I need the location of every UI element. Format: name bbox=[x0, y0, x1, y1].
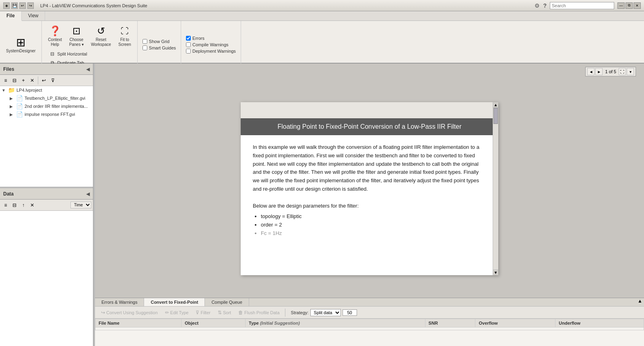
filter-icon: ⊽ bbox=[196, 310, 199, 315]
tab-errors-warnings[interactable]: Errors & Warnings bbox=[95, 298, 144, 306]
undo-icon[interactable]: ↩ bbox=[19, 2, 26, 9]
file-icon-2: 📄 bbox=[16, 111, 23, 117]
bullet-1: topology = Elliptic bbox=[261, 212, 486, 221]
scroll-up-button[interactable]: ▲ bbox=[493, 102, 498, 108]
tree-item-0[interactable]: ▶ 📄 Testbench_LP_Elliptic_filter.gvi bbox=[0, 94, 93, 102]
files-collapse-button[interactable]: ◀ bbox=[86, 66, 90, 72]
smart-guides-checkbox[interactable]: Smart Guides bbox=[142, 45, 176, 50]
tree-item-1-arrow: ▶ bbox=[10, 104, 14, 109]
tree-item-0-arrow: ▶ bbox=[10, 96, 14, 101]
doc-title: Floating Point to Fixed-Point Conversion… bbox=[277, 123, 461, 130]
minimize-button[interactable]: — bbox=[617, 2, 625, 9]
data-up-btn[interactable]: ↑ bbox=[19, 201, 27, 209]
close-button[interactable]: ✕ bbox=[634, 2, 641, 9]
files-tree: ▼ 📁 LP4.lvproject ▶ 📄 Testbench_LP_Ellip… bbox=[0, 86, 93, 187]
tree-item-2[interactable]: ▶ 📄 impulse response FFT.gvi bbox=[0, 110, 93, 118]
next-page-button[interactable]: ► bbox=[595, 68, 603, 75]
convert-using-suggestion-button[interactable]: ↪ Convert Using Suggestion bbox=[98, 309, 161, 317]
doc-scrollbar[interactable]: ▲ ▼ bbox=[493, 102, 498, 275]
errors-input[interactable] bbox=[186, 36, 191, 41]
choose-panes-button[interactable]: ⊡ ChoosePanes ▾ bbox=[66, 23, 87, 49]
bottom-toolbar: ↪ Convert Using Suggestion ✏ Edit Type ⊽… bbox=[95, 307, 644, 319]
doc-top-area bbox=[241, 102, 498, 118]
smart-guides-input[interactable] bbox=[142, 45, 147, 50]
data-time-select[interactable]: Time bbox=[70, 202, 91, 208]
tree-root[interactable]: ▼ 📁 LP4.lvproject bbox=[0, 86, 93, 94]
tab-view[interactable]: View bbox=[22, 11, 45, 21]
col-underflow: Underflow bbox=[555, 319, 644, 327]
doc-params-label: Below are the design parameters for the … bbox=[253, 202, 486, 210]
reset-workspace-button[interactable]: ↺ ResetWorkspace bbox=[88, 23, 114, 49]
add-button[interactable]: + bbox=[19, 76, 27, 84]
data-list-view[interactable]: ≡ bbox=[2, 201, 10, 209]
undo-files-button[interactable]: ↩ bbox=[40, 76, 48, 84]
help-icon[interactable]: ? bbox=[543, 2, 547, 9]
save-icon[interactable]: 💾 bbox=[11, 2, 18, 9]
search-input[interactable] bbox=[550, 2, 614, 9]
context-help-icon: ❓ bbox=[49, 25, 62, 37]
redo-icon[interactable]: ↪ bbox=[27, 2, 34, 9]
app-icon: ◈ bbox=[3, 2, 10, 9]
edit-type-button[interactable]: ✏ Edit Type bbox=[162, 309, 192, 317]
fit-to-screen-label: Fit toScreen bbox=[118, 37, 131, 47]
col-overflow: Overflow bbox=[475, 319, 555, 327]
context-help-button[interactable]: ❓ ContextHelp bbox=[45, 23, 64, 49]
bottom-panel-arrow[interactable]: ▲ bbox=[636, 298, 644, 306]
edit-type-icon: ✏ bbox=[165, 310, 169, 315]
choose-panes-icon: ⊡ bbox=[70, 25, 83, 37]
fit-to-screen-button[interactable]: ⛶ Fit toScreen bbox=[116, 23, 134, 49]
show-grid-input[interactable] bbox=[142, 39, 147, 44]
expand-page-button[interactable]: ⛶ bbox=[619, 68, 626, 75]
title-bar-icons: ◈ 💾 ↩ ↪ bbox=[3, 2, 34, 9]
tree-item-1[interactable]: ▶ 📄 2nd order IIR filter implementa... bbox=[0, 102, 93, 110]
compile-warnings-checkbox[interactable]: Compile Warnings bbox=[186, 42, 236, 47]
diagram-area: ◄ ► 1 of 5 ⛶ ▾ Floating Point to Fixed-P… bbox=[95, 64, 644, 298]
project-icon: 📁 bbox=[8, 87, 15, 93]
data-collapse-button[interactable]: ◀ bbox=[86, 191, 90, 197]
filter-files-button[interactable]: ⊽ bbox=[49, 76, 57, 84]
compile-warnings-label: Compile Warnings bbox=[192, 42, 228, 47]
filter-button[interactable]: ⊽ Filter bbox=[193, 309, 213, 317]
files-panel-header: Files ◀ bbox=[0, 64, 93, 75]
prev-page-button[interactable]: ◄ bbox=[587, 68, 594, 75]
data-delete-btn[interactable]: ✕ bbox=[28, 201, 36, 209]
window-controls: — ⧉ ✕ bbox=[617, 2, 641, 9]
data-detail-view[interactable]: ⊟ bbox=[10, 201, 19, 209]
tab-file[interactable]: File bbox=[0, 11, 22, 21]
file-label-0: Testbench_LP_Elliptic_filter.gvi bbox=[25, 96, 91, 101]
scroll-thumb[interactable] bbox=[493, 108, 498, 124]
list-view-button[interactable]: ≡ bbox=[2, 76, 10, 84]
page-indicator: 1 of 5 bbox=[603, 69, 618, 74]
sort-button[interactable]: ⇅ Sort bbox=[215, 309, 234, 317]
split-horizontal-button[interactable]: ⊟ Split Horizontal bbox=[47, 50, 89, 58]
strategy-number-input[interactable] bbox=[343, 309, 357, 316]
restore-button[interactable]: ⧉ bbox=[625, 2, 633, 9]
tab-convert-fixed-point[interactable]: Convert to Fixed-Point bbox=[144, 298, 205, 306]
errors-label: Errors bbox=[192, 36, 204, 41]
doc-paragraph: In this example we will walk through the… bbox=[253, 143, 486, 194]
toolbar-sep bbox=[38, 76, 38, 84]
strategy-select[interactable]: Split data bbox=[310, 309, 341, 316]
tab-compile-queue[interactable]: Compile Queue bbox=[205, 298, 249, 306]
deployment-warnings-input[interactable] bbox=[186, 49, 191, 54]
convert-suggestion-icon: ↪ bbox=[101, 310, 105, 315]
scroll-down-button[interactable]: ▼ bbox=[493, 270, 498, 275]
data-panel-header: Data ◀ bbox=[0, 188, 93, 200]
bullet-3: Fc = 1Hz bbox=[261, 229, 486, 238]
delete-button[interactable]: ✕ bbox=[28, 76, 36, 84]
col-type-italic: (Initial Suggestion) bbox=[260, 321, 300, 325]
system-designer-button[interactable]: ⊞ SystemDesigner bbox=[3, 34, 38, 56]
compile-warnings-input[interactable] bbox=[186, 42, 191, 47]
errors-checkbox[interactable]: Errors bbox=[186, 36, 236, 41]
ribbon: File View ⊞ SystemDesigner Project ❓ Con… bbox=[0, 11, 644, 64]
flush-profile-data-button[interactable]: 🗑 Flush Profile Data bbox=[235, 309, 282, 317]
page-menu-button[interactable]: ▾ bbox=[627, 68, 634, 75]
tree-root-arrow: ▼ bbox=[2, 88, 6, 93]
edit-type-label: Edit Type bbox=[170, 310, 189, 315]
show-grid-checkbox[interactable]: Show Grid bbox=[142, 39, 176, 44]
detail-view-button[interactable]: ⊟ bbox=[10, 76, 19, 84]
scroll-track[interactable] bbox=[493, 108, 498, 270]
settings-icon[interactable]: ⚙ bbox=[535, 2, 540, 9]
convert-suggestion-label: Convert Using Suggestion bbox=[106, 310, 158, 315]
deployment-warnings-checkbox[interactable]: Deployment Warnings bbox=[186, 49, 236, 54]
